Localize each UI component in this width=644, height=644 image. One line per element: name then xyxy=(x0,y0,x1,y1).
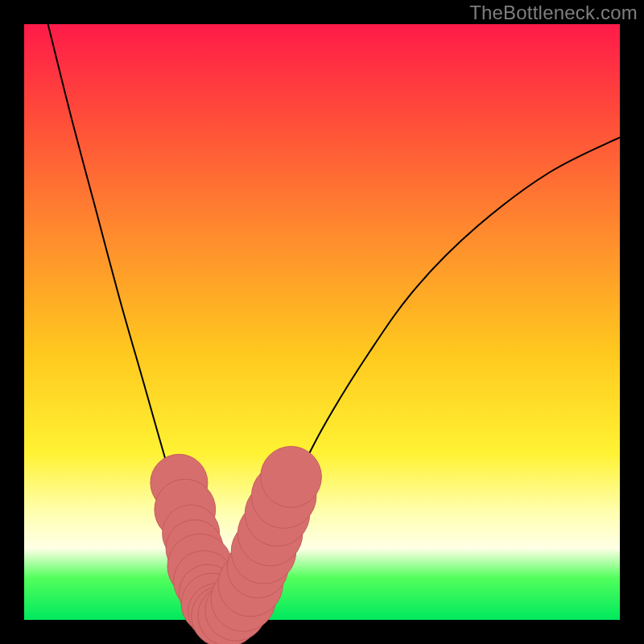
marker-dot xyxy=(261,447,322,508)
chart-svg xyxy=(24,24,620,620)
valley-markers xyxy=(151,447,322,644)
outer-frame: TheBottleneck.com xyxy=(0,0,644,644)
watermark-text: TheBottleneck.com xyxy=(469,2,638,24)
